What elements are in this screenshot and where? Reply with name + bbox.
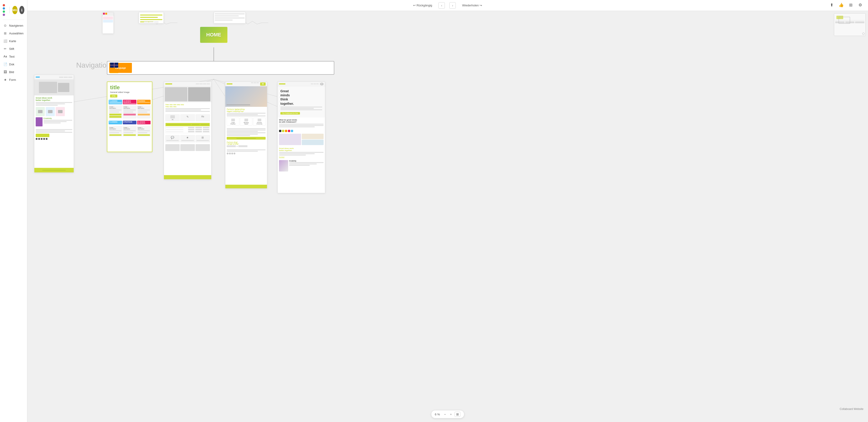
sidebar-item-map[interactable]: ⬜ Karte	[0, 37, 27, 45]
share-icon[interactable]: ⬆	[829, 2, 835, 8]
text-line-1	[36, 102, 72, 103]
sidebar-item-doc[interactable]: 📄 Dok	[0, 60, 27, 68]
zoom-separator: +	[450, 413, 452, 416]
zoom-level: 6 %	[435, 413, 440, 416]
text-line-3	[36, 105, 58, 106]
map-icon: ⬜	[3, 39, 7, 43]
cta-button[interactable]: CTA	[110, 94, 117, 97]
green-bar	[36, 134, 49, 137]
sidebar-label-image: Bild	[9, 71, 14, 74]
sidebar-label-select: Auswählen	[9, 32, 24, 35]
prod-header: P	[278, 82, 325, 86]
color-dots	[278, 129, 325, 133]
logo-dot-2	[3, 7, 5, 9]
creativity-section: Creativity	[36, 117, 72, 126]
hero-image	[34, 80, 74, 95]
sidebar-label-pen: Stift	[9, 47, 14, 51]
info-button[interactable]: ℹ	[19, 6, 24, 14]
back-button[interactable]: ‹	[438, 2, 445, 9]
schools-university-label: Schools University	[254, 122, 265, 124]
add-frame-button[interactable]: ⊞	[455, 412, 461, 417]
mock2-footer	[164, 175, 211, 179]
blog-content: Partners fgjdgndtingfdgphf hdfpfhgThpf L…	[225, 107, 267, 127]
product-content: Title title title title titleTitle title…	[164, 102, 211, 114]
select-icon: ⊞	[3, 31, 7, 35]
middle-page-mock: Title title title title titleTitle title…	[164, 82, 212, 179]
redo-label: Wiederholen	[462, 4, 479, 7]
t1	[36, 129, 72, 130]
logo-dot-4	[3, 14, 5, 16]
second-row-grid: PLANNING STRATEGIE UX DESIGNRESEARCH	[107, 120, 152, 125]
page-mock-header	[34, 75, 74, 80]
placeholder-cards	[164, 143, 211, 152]
footer-icons	[36, 138, 72, 140]
mock2-header	[164, 82, 211, 86]
grid-icon[interactable]: ⊞	[847, 2, 854, 8]
product-title: Title title title title titleTitle title…	[165, 104, 210, 108]
minimap[interactable]	[834, 13, 866, 36]
partner-logos: Partners dfsgfs geggf g fpdgs	[225, 141, 267, 148]
undo-button[interactable]: ↩ Rückgängig	[411, 3, 434, 8]
product-page-mock: P Greatmindsthinktogether. Try Collaboar…	[277, 82, 325, 193]
try-button[interactable]: Try Collaboard for free	[280, 112, 300, 115]
navigate-icon: ⊙	[3, 24, 7, 28]
home-node[interactable]: HOME	[200, 27, 227, 43]
toolbar: ↩ Rückgängig ‹ › Wiederholen ↪	[27, 0, 868, 11]
page-subtitle: General video/ image	[110, 91, 149, 93]
sidebar-item-select[interactable]: ⊞ Auswählen	[0, 29, 27, 37]
prod-section2: What do great mindsdo with Collaboard?	[278, 117, 325, 129]
logo-bar	[165, 83, 172, 84]
text-line-2	[36, 104, 65, 104]
prod-great-ideas: Great ideas workbetter together. Kontact	[278, 146, 325, 159]
page-title-text: title	[110, 84, 149, 91]
thumb-lines	[139, 12, 164, 24]
blog-bottom	[225, 148, 267, 155]
pricing-table	[165, 123, 210, 133]
planning-grid: PLANNING UX DESIGNRESEARCH TRAINING	[107, 100, 152, 104]
creativity-block: Creativity	[278, 159, 325, 172]
header-logo	[36, 77, 40, 78]
sidebar-item-form[interactable]: ★ Form	[0, 76, 27, 84]
sidebar-item-image[interactable]: 🖼 Bild	[0, 68, 27, 76]
collaboard-website-label: Collaboard Website	[840, 407, 864, 411]
sidebar-item-text[interactable]: Aa Text	[0, 53, 27, 60]
text-icon: Aa	[3, 54, 7, 59]
blog-page-mock: Partners fgjdgndtingfdgphf hdfpfhgThpf L…	[225, 82, 267, 189]
contact-link[interactable]: Kontact	[279, 156, 323, 158]
planning-details: image +description image +description im…	[107, 105, 152, 119]
t2	[165, 110, 201, 110]
bottom-toolbar: 6 % − + ⊞	[431, 410, 464, 418]
zoom-out-button[interactable]: −	[443, 412, 447, 417]
uk-flag[interactable]	[110, 63, 118, 68]
redo-button[interactable]: Wiederholen ↪	[460, 3, 484, 8]
thumb-upper-right	[214, 12, 246, 24]
prod-hero: Greatmindsthinktogether. Try Collaboard …	[278, 86, 325, 117]
t3	[36, 132, 72, 133]
canvas: Great ideas workbetter together.	[27, 11, 868, 422]
top-right-actions: ⬆ 👍 ⊞ ⚙	[829, 2, 864, 8]
user-avatar-mg[interactable]: MG	[12, 6, 17, 14]
sidebar-item-pen[interactable]: ✏ Stift	[0, 45, 27, 53]
page-footer	[34, 168, 74, 172]
bottom-icons	[227, 152, 266, 154]
home-label: HOME	[206, 32, 221, 38]
image-icon: 🖼	[3, 70, 7, 74]
like-icon[interactable]: 👍	[838, 2, 844, 8]
header-nav	[59, 77, 72, 78]
sidebar-label-form: Form	[9, 78, 16, 82]
title-page-mock: title General video/ image CTA PLANNING …	[107, 82, 152, 152]
feature-row: Aa ✎ Aa	[164, 114, 211, 122]
blog-hero	[225, 86, 267, 107]
t3	[165, 111, 210, 112]
logo-dot-1	[3, 4, 5, 6]
footer-line	[42, 170, 66, 171]
settings-icon[interactable]: ⚙	[857, 2, 864, 8]
pen-icon: ✏	[3, 47, 7, 51]
left-page-mock: Great ideas workbetter together.	[34, 75, 74, 173]
forward-button[interactable]: ›	[450, 2, 456, 9]
sidebar-label-map: Karte	[9, 39, 16, 43]
prod-desc	[280, 107, 322, 110]
blog-footer	[225, 185, 267, 188]
t2	[36, 131, 65, 132]
sidebar-item-navigate[interactable]: ⊙ Navigieren	[0, 22, 27, 29]
